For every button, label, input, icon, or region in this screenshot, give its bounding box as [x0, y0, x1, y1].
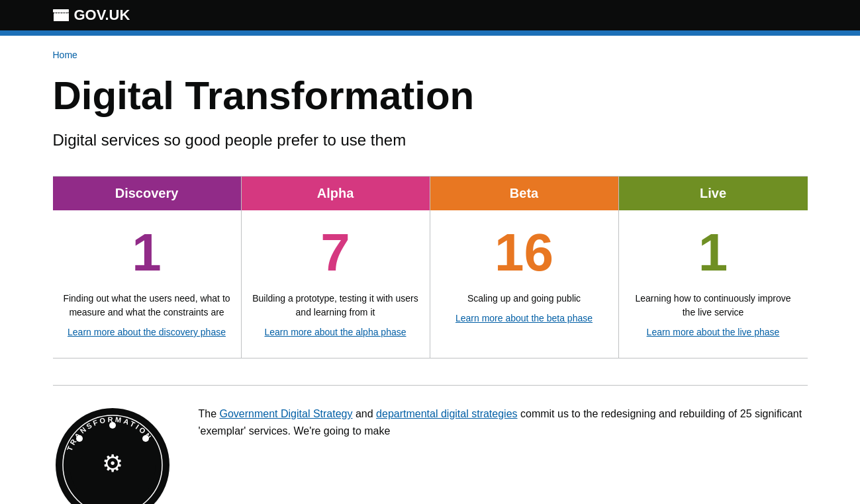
- phase-alpha-link[interactable]: Learn more about the alpha phase: [264, 327, 406, 337]
- phase-live: Live 1 Learning how to continuously impr…: [619, 177, 808, 358]
- phase-alpha-description: Building a prototype, testing it with us…: [252, 292, 420, 319]
- phase-live-count: 1: [629, 224, 798, 282]
- phase-live-description: Learning how to continuously improve the…: [629, 292, 798, 319]
- phase-beta-header: Beta: [430, 177, 618, 210]
- site-header: GOV.UK: [0, 0, 860, 30]
- bottom-description: The Government Digital Strategy and depa…: [199, 405, 808, 439]
- phase-beta-link[interactable]: Learn more about the beta phase: [455, 313, 593, 323]
- departmental-digital-strategies-link[interactable]: departmental digital strategies: [376, 408, 517, 419]
- phase-beta-description: Scaling up and going public: [440, 292, 608, 306]
- transformation-logo: TRANSFORMATION ⚙: [53, 405, 172, 504]
- phase-discovery-description: Finding out what the users need, what to…: [63, 292, 231, 319]
- phase-discovery-link[interactable]: Learn more about the discovery phase: [68, 327, 226, 337]
- phase-alpha: Alpha 7 Building a prototype, testing it…: [242, 177, 430, 358]
- gov-uk-text: GOV.UK: [74, 7, 130, 24]
- phase-live-header: Live: [619, 177, 808, 210]
- bottom-paragraph: The Government Digital Strategy and depa…: [199, 405, 808, 439]
- phase-discovery-header: Discovery: [53, 177, 241, 210]
- phase-alpha-header: Alpha: [242, 177, 430, 210]
- phase-discovery: Discovery 1 Finding out what the users n…: [53, 177, 242, 358]
- phase-beta-count: 16: [440, 224, 608, 282]
- phase-alpha-count: 7: [252, 224, 420, 282]
- svg-rect-1: [54, 19, 68, 21]
- bottom-section: TRANSFORMATION ⚙ The Government Digital …: [53, 405, 808, 504]
- phase-live-link[interactable]: Learn more about the live phase: [647, 327, 780, 337]
- svg-point-6: [109, 422, 116, 429]
- breadcrumb-home-link[interactable]: Home: [53, 50, 77, 60]
- phase-beta: Beta 16 Scaling up and going public Lear…: [430, 177, 619, 358]
- svg-point-7: [142, 435, 149, 442]
- svg-text:⚙: ⚙: [102, 450, 123, 477]
- government-digital-strategy-link[interactable]: Government Digital Strategy: [220, 408, 353, 419]
- section-divider: [53, 385, 808, 386]
- breadcrumb: Home: [53, 49, 808, 61]
- page-title: Digital Transformation: [53, 74, 808, 118]
- gov-uk-logo[interactable]: GOV.UK: [53, 7, 130, 24]
- main-content: Home Digital Transformation Digital serv…: [33, 36, 828, 504]
- page-subtitle: Digital services so good people prefer t…: [53, 131, 808, 149]
- svg-point-5: [76, 435, 83, 442]
- crown-icon: [53, 9, 69, 22]
- bottom-text-between: and: [353, 408, 377, 419]
- blue-accent-bar: [0, 30, 860, 36]
- bottom-text-before-link1: The: [199, 408, 220, 419]
- phase-discovery-count: 1: [63, 224, 231, 282]
- phases-grid: Discovery 1 Finding out what the users n…: [53, 176, 808, 358]
